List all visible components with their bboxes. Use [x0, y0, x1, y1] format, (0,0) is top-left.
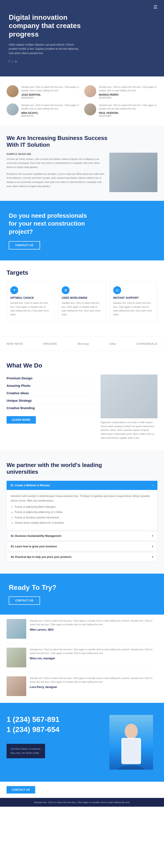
target-text-3: Sample text. Click to select the text bo…: [113, 301, 154, 316]
accordion-header-2[interactable]: 02. Business Sustainability Management +: [7, 531, 157, 541]
member-sample: Sample text. Click to select the text bo…: [99, 103, 157, 111]
member-role: DESIGNER: [99, 96, 157, 99]
business-p2: Excepteur sint occaecat cupidatat non pr…: [7, 172, 105, 188]
cta1-title: Do you need professionals for your next …: [9, 212, 92, 236]
avatar: [7, 103, 18, 116]
bullet-3: Fuerat ut faucibus pulvinar elementum.: [15, 515, 153, 520]
contact-us-button-2[interactable]: CONTACT US: [9, 596, 40, 605]
sample-headline: SAMPLE HEADLINE: [7, 153, 105, 155]
target-title-1: OPTIMAL CHOICE: [10, 296, 51, 300]
business-section: We Are Increasing Business Success With …: [0, 126, 164, 201]
service-item-1[interactable]: Premium Design: [7, 375, 95, 382]
hero-section: ☰ Digital innovation company that create…: [0, 0, 164, 76]
service-item-5[interactable]: Creative Branding: [7, 404, 95, 412]
logos-row: NEW WAVE ORGANIC Mockup Alba CANNONDALE: [7, 342, 157, 345]
logos-section: NEW WAVE ORGANIC Mockup Alba CANNONDALE: [0, 336, 164, 351]
svg-point-3: [125, 725, 137, 736]
person-info-3: Sample text. Click to select the text bo…: [30, 676, 157, 696]
accordion-header-4[interactable]: 04. Practical tips to help you price you…: [7, 552, 157, 562]
ready-title: Ready To Try?: [9, 584, 155, 592]
person-text-3: Sample text. Click to select the text bo…: [30, 676, 157, 684]
team-section: Sample text. Click to select the text bo…: [0, 76, 164, 126]
person-card-1: Sample text. Click to select the text bo…: [7, 615, 157, 643]
worldwide-icon: ⊕: [64, 288, 67, 292]
person-text-1: Sample text. Click to select the text bo…: [30, 619, 157, 627]
accordion-item-3: 03. Learn how to grow your business +: [7, 541, 157, 551]
target-text-2: Sample text. Click to select the text bo…: [62, 301, 102, 316]
what-content: Premium Design Amazing Photo Creative Id…: [7, 375, 157, 440]
support-icon: ◎: [116, 288, 119, 292]
member-info: Sample text. Click to select the text bo…: [99, 103, 157, 117]
accordion-item-2: 02. Business Sustainability Management +: [7, 531, 157, 541]
accordion-label-3: 03. Learn how to grow your business: [11, 545, 57, 548]
target-card-1: ✦ OPTIMAL CHOICE Sample text. Click to s…: [7, 282, 54, 321]
target-icon-3: ◎: [113, 286, 121, 294]
target-title-2: USED WORLDWIDE: [62, 296, 102, 300]
bullet-1: Fuerat ut adipiscing libero blanapot.: [15, 505, 153, 509]
svg-rect-2: [123, 739, 139, 761]
avatar: [84, 103, 96, 116]
contact-section: 1 (234) 567-891 1 (234) 987-654 121 Rock…: [0, 703, 164, 782]
targets-section: Targets ✦ OPTIMAL CHOICE Sample text. Cl…: [0, 260, 164, 336]
person-photo-3: [7, 676, 26, 696]
business-title: We Are Increasing Business Success With …: [7, 135, 112, 148]
accordion-header-1[interactable]: 01. Create a Webinar in Minutes −: [7, 481, 157, 490]
svg-point-4: [118, 765, 144, 770]
address-line-1: 121 Rock Street, 21 Avenue,: [10, 747, 41, 751]
what-list: Premium Design Amazing Photo Creative Id…: [7, 375, 95, 440]
what-img-placeholder: [100, 375, 157, 418]
business-image: [109, 153, 157, 192]
member-name: MARGO PERRY,: [99, 93, 157, 96]
member-info: Sample text. Click to select the text bo…: [21, 103, 80, 117]
person-card-2: Sample text. Click to select the text bo…: [7, 643, 157, 672]
photo-placeholder-1: [7, 619, 26, 639]
contact-person-image: [109, 715, 153, 770]
twitter-icon[interactable]: t: [12, 60, 13, 63]
target-text-1: Sample text. Click to select the text bo…: [10, 301, 51, 316]
logo-organic: ORGANIC: [43, 342, 57, 345]
member-name: JASS NORTON,: [21, 93, 80, 96]
contact-info: 1 (234) 567-891 1 (234) 987-654 121 Rock…: [7, 715, 109, 770]
member-info: Sample text. Click to select the text bo…: [21, 85, 80, 99]
photo-placeholder-2: [7, 648, 26, 668]
phone-1: 1 (234) 567-891: [7, 715, 109, 724]
accordion-label-2: 02. Business Sustainability Management: [11, 534, 61, 537]
person-info-2: Sample text. Click to select the text bo…: [30, 648, 157, 668]
member-role: MANAGER: [21, 96, 80, 99]
team-member: Sample text. Click to select the text bo…: [7, 85, 80, 99]
what-image: Dignissim suspendisse in est ante in nib…: [100, 375, 157, 440]
accordion-item-1: 01. Create a Webinar in Minutes − Interd…: [7, 481, 157, 530]
accordion-header-3[interactable]: 03. Learn how to grow your business +: [7, 541, 157, 551]
team-member: Sample text. Click to select the text bo…: [7, 103, 80, 117]
person-card-3: Sample text. Click to select the text bo…: [7, 672, 157, 701]
business-img-placeholder: [109, 153, 157, 192]
person-photo-2: [7, 648, 26, 668]
footer-text: Sample text. Click to select the text bo…: [7, 801, 157, 804]
hero-description: Ullam aatque omittam aliquam. qui quae d…: [9, 43, 83, 55]
avatar: [84, 85, 96, 97]
contact-us-button-1[interactable]: CONTACT US: [9, 241, 40, 249]
photo-placeholder-3: [7, 676, 26, 696]
cta-section-1: Do you need professionals for your next …: [0, 201, 164, 260]
person-name-1: Nike Larson, SEO: [30, 628, 157, 631]
service-item-3[interactable]: Creative Ideas: [7, 390, 95, 397]
service-item-4[interactable]: Unique Strategy: [7, 397, 95, 404]
learn-more-button[interactable]: LEARN MORE: [7, 416, 36, 424]
linkedin-icon[interactable]: in: [15, 60, 17, 63]
person-info-1: Sample text. Click to select the text bo…: [30, 619, 157, 639]
team-member: Sample text. Click to select the text bo…: [84, 85, 157, 99]
hamburger-icon[interactable]: ☰: [154, 4, 157, 10]
accordion-expand-icon: +: [152, 534, 153, 537]
team-member: Sample text. Click to select the text bo…: [84, 103, 157, 117]
member-name: NINA DCAYO,: [21, 112, 80, 115]
target-card-2: ⊕ USED WORLDWIDE Sample text. Click to s…: [58, 282, 106, 321]
member-role: MANAGER: [21, 115, 80, 117]
contact-us-button-3[interactable]: CONTACT US: [7, 786, 35, 794]
target-title-3: INSTANT SUPPORT: [113, 296, 154, 300]
contact-person: [109, 715, 157, 770]
logo-new-wave: NEW WAVE: [7, 342, 23, 345]
accordion-expand-icon-4: +: [152, 555, 153, 559]
facebook-icon[interactable]: f: [9, 60, 10, 63]
avatar: [7, 85, 18, 97]
service-item-2[interactable]: Amazing Photo: [7, 382, 95, 390]
